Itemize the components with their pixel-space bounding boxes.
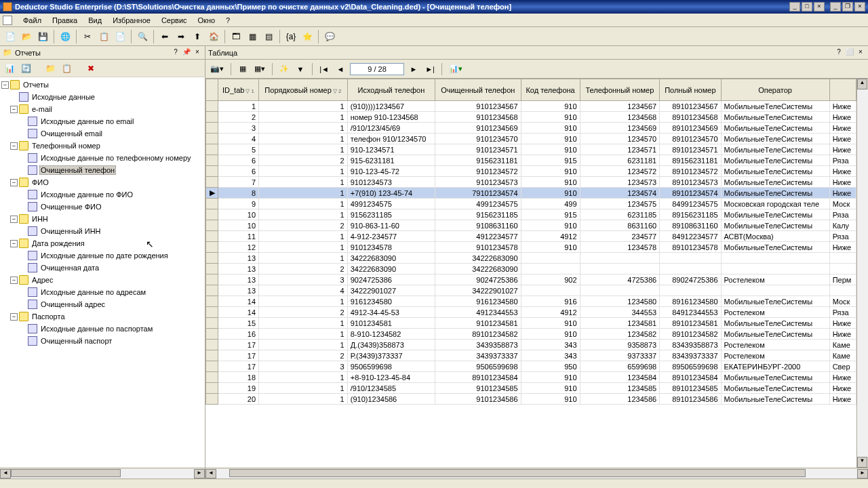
cell[interactable]: 9101234569 bbox=[435, 123, 521, 134]
cell[interactable]: Ниже bbox=[829, 242, 856, 253]
expand-icon[interactable]: − bbox=[10, 240, 18, 247]
cell[interactable]: 89156231181 bbox=[660, 155, 721, 166]
cell[interactable]: МобильныеТелеСистемы bbox=[721, 329, 829, 340]
column-header[interactable]: Порядковый номер▽ 2 bbox=[259, 79, 348, 101]
cell[interactable]: 4-912-234577 bbox=[347, 231, 435, 242]
cell[interactable]: Каме bbox=[829, 340, 856, 350]
cell[interactable]: 9156231185 bbox=[435, 209, 521, 220]
tree-label[interactable]: Телефонный номер bbox=[31, 141, 102, 150]
cell[interactable]: /910/123/45/69 bbox=[347, 123, 435, 134]
cell[interactable]: 89101234571 bbox=[660, 144, 721, 155]
forward-button[interactable]: ➡ bbox=[174, 29, 189, 44]
cell[interactable]: 9161234580 bbox=[347, 296, 435, 307]
tree-item[interactable]: −Телефонный номер bbox=[1, 140, 203, 152]
tree-label[interactable]: Исходные данные по email bbox=[39, 117, 135, 126]
cell[interactable]: 3 bbox=[259, 274, 348, 285]
table-row[interactable]: 1219101234578910123457891012345788910123… bbox=[206, 242, 856, 253]
cell[interactable]: МобильныеТелеСистемы bbox=[721, 144, 829, 155]
cell[interactable]: Ряза bbox=[829, 155, 856, 166]
table-row[interactable]: 1419161234580916123458091612345808916123… bbox=[206, 296, 856, 307]
cell[interactable]: 9101234567 bbox=[435, 101, 521, 112]
tree-item[interactable]: Исходные данные по телефонному номеру bbox=[1, 152, 203, 164]
cell[interactable]: 910 bbox=[521, 383, 580, 394]
cell[interactable]: Моск bbox=[829, 296, 856, 307]
tree-label[interactable]: Очищенные ФИО bbox=[39, 202, 103, 211]
reports-tree[interactable]: −ОтчетыИсходные данные−e-mailИсходные да… bbox=[0, 77, 205, 468]
cell[interactable]: 3 bbox=[259, 361, 348, 372]
cell[interactable]: (910))))1234567 bbox=[347, 101, 435, 112]
cell[interactable]: 234577 bbox=[580, 231, 660, 242]
tree-item[interactable]: Очищенные ФИО bbox=[1, 201, 203, 213]
grid-next-button[interactable]: ► bbox=[407, 62, 420, 76]
cell[interactable]: 9101234573 bbox=[347, 177, 435, 188]
cell[interactable]: 9101234570 bbox=[435, 134, 521, 144]
expand-icon[interactable]: − bbox=[10, 216, 18, 223]
cell[interactable]: 910 bbox=[521, 144, 580, 155]
cell[interactable]: 4912344553 bbox=[435, 307, 521, 318]
table-row[interactable]: 1339024725386902472538690247253868902472… bbox=[206, 274, 856, 285]
cell[interactable]: 910-863-11-60 bbox=[347, 220, 435, 231]
cell[interactable]: 1 bbox=[259, 340, 348, 350]
grid-camera-button[interactable]: 📷▾ bbox=[208, 62, 226, 76]
tree-item[interactable]: Исходные данные по email bbox=[1, 115, 203, 127]
cell[interactable]: Ниже bbox=[829, 112, 856, 123]
column-header[interactable]: Оператор bbox=[721, 79, 829, 101]
tree-item[interactable]: Исходные данные по адресам bbox=[1, 286, 203, 298]
cell[interactable]: 2 bbox=[259, 350, 348, 361]
cell[interactable] bbox=[660, 285, 721, 296]
cell[interactable]: 910-1234571 bbox=[347, 144, 435, 155]
cell[interactable]: Ростелеком bbox=[721, 307, 829, 318]
tree-label[interactable]: Очищенный адрес bbox=[39, 300, 106, 309]
tree-item[interactable]: Очищенный телефон bbox=[1, 164, 203, 176]
expand-icon[interactable]: − bbox=[10, 313, 18, 321]
table-row[interactable]: ▶81+7(910) 123-45-7479101234574910123457… bbox=[206, 188, 856, 199]
cell[interactable] bbox=[521, 253, 580, 264]
cell[interactable] bbox=[580, 285, 660, 296]
cell[interactable] bbox=[660, 264, 721, 274]
cell[interactable]: 910 bbox=[521, 177, 580, 188]
menu-favorites[interactable]: Избранное bbox=[107, 15, 156, 26]
cell[interactable]: 1234573 bbox=[580, 177, 660, 188]
cell[interactable]: 6 bbox=[218, 166, 259, 177]
cell[interactable]: +8-910-123-45-84 bbox=[347, 372, 435, 383]
cell[interactable]: 9506599698 bbox=[347, 361, 435, 372]
cell[interactable]: 18 bbox=[218, 372, 259, 383]
cell[interactable]: 20 bbox=[218, 394, 259, 405]
cell[interactable]: 9161234580 bbox=[435, 296, 521, 307]
cell[interactable]: 9101234572 bbox=[435, 166, 521, 177]
tree-delete-button[interactable]: ✖ bbox=[84, 62, 98, 75]
cell[interactable]: Ниже bbox=[829, 329, 856, 340]
cell[interactable]: 1234582 bbox=[580, 329, 660, 340]
cell[interactable]: МобильныеТелеСистемы bbox=[721, 101, 829, 112]
cascade-button[interactable]: ▤ bbox=[261, 29, 276, 44]
cell[interactable]: 9156231185 bbox=[347, 209, 435, 220]
cell[interactable]: 9358873 bbox=[580, 340, 660, 350]
cell[interactable]: 6231185 bbox=[580, 209, 660, 220]
menu-file[interactable]: Файл bbox=[18, 15, 47, 26]
cell[interactable]: 1234586 bbox=[580, 394, 660, 405]
maximize-button[interactable]: □ bbox=[802, 2, 812, 12]
cell[interactable]: 910 bbox=[521, 329, 580, 340]
table-row[interactable]: 41телефон 910/12345709101234570910123457… bbox=[206, 134, 856, 144]
column-header[interactable]: Очищенный телефон bbox=[435, 79, 521, 101]
menu-view[interactable]: Вид bbox=[83, 15, 107, 26]
main-help-button[interactable]: ? bbox=[834, 48, 844, 58]
cell[interactable]: 910 bbox=[521, 123, 580, 134]
cell[interactable]: номер 910-1234568 bbox=[347, 112, 435, 123]
cell[interactable]: Ниже bbox=[829, 394, 856, 405]
cell[interactable]: 83439358873 bbox=[660, 340, 721, 350]
cell[interactable]: 14 bbox=[218, 307, 259, 318]
cell[interactable]: 34222901027 bbox=[435, 285, 521, 296]
cell[interactable]: 1 bbox=[259, 242, 348, 253]
tree-item[interactable]: −ИНН bbox=[1, 213, 203, 225]
cell[interactable]: 916 bbox=[521, 296, 580, 307]
cell[interactable]: Ряза bbox=[829, 307, 856, 318]
cell[interactable]: 1 bbox=[259, 166, 348, 177]
cell[interactable] bbox=[829, 264, 856, 274]
menu-edit[interactable]: Правка bbox=[47, 15, 83, 26]
cell[interactable]: Ниже bbox=[829, 177, 856, 188]
cell[interactable]: 4912234577 bbox=[435, 231, 521, 242]
cell[interactable]: 1 bbox=[259, 112, 348, 123]
cell[interactable]: 13 bbox=[218, 274, 259, 285]
back-button[interactable]: ⬅ bbox=[157, 29, 172, 44]
